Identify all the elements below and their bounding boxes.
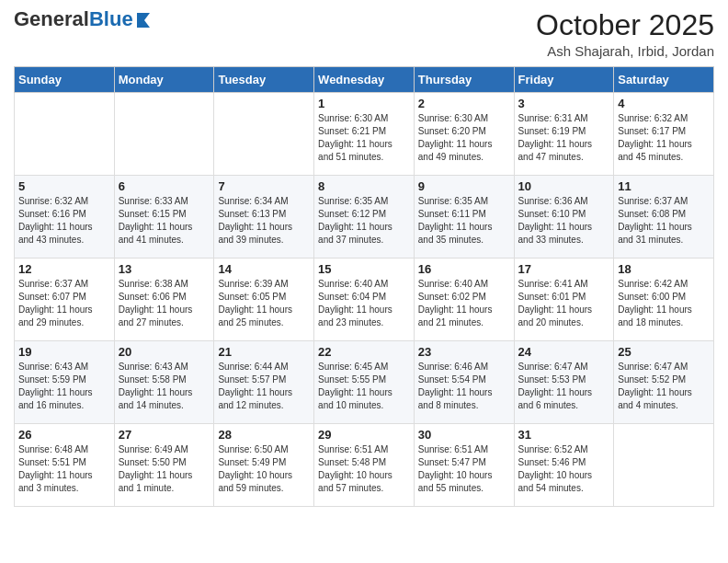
day-header-sunday: Sunday xyxy=(15,67,115,93)
day-number: 2 xyxy=(418,97,510,110)
day-info: Sunrise: 6:32 AM Sunset: 6:16 PM Dayligh… xyxy=(18,195,110,247)
day-number: 20 xyxy=(119,345,210,359)
day-info: Sunrise: 6:37 AM Sunset: 6:07 PM Dayligh… xyxy=(18,278,110,329)
day-info: Sunrise: 6:32 AM Sunset: 6:17 PM Dayligh… xyxy=(618,112,710,164)
day-number: 14 xyxy=(218,262,310,276)
day-number: 16 xyxy=(418,262,510,276)
month-title: October 2025 xyxy=(536,9,714,41)
day-number: 11 xyxy=(618,179,710,193)
day-info: Sunrise: 6:48 AM Sunset: 5:51 PM Dayligh… xyxy=(18,443,110,495)
day-info: Sunrise: 6:38 AM Sunset: 6:06 PM Dayligh… xyxy=(119,278,210,329)
calendar-day-cell: 21Sunrise: 6:44 AM Sunset: 5:57 PM Dayli… xyxy=(214,341,314,424)
day-header-thursday: Thursday xyxy=(414,67,514,93)
day-info: Sunrise: 6:43 AM Sunset: 5:58 PM Dayligh… xyxy=(119,361,210,412)
day-number: 26 xyxy=(18,428,110,442)
day-info: Sunrise: 6:52 AM Sunset: 5:46 PM Dayligh… xyxy=(518,443,610,495)
day-number: 15 xyxy=(318,262,410,276)
calendar-day-cell: 2Sunrise: 6:30 AM Sunset: 6:20 PM Daylig… xyxy=(414,93,514,176)
day-info: Sunrise: 6:40 AM Sunset: 6:02 PM Dayligh… xyxy=(418,278,510,329)
calendar-day-cell: 24Sunrise: 6:47 AM Sunset: 5:53 PM Dayli… xyxy=(514,341,614,424)
day-info: Sunrise: 6:42 AM Sunset: 6:00 PM Dayligh… xyxy=(618,278,710,329)
logo-flag-icon xyxy=(135,11,152,28)
day-info: Sunrise: 6:35 AM Sunset: 6:12 PM Dayligh… xyxy=(318,195,410,247)
calendar-table: SundayMondayTuesdayWednesdayThursdayFrid… xyxy=(14,66,714,507)
day-number: 1 xyxy=(318,97,410,110)
day-number: 7 xyxy=(218,179,310,193)
day-info: Sunrise: 6:37 AM Sunset: 6:08 PM Dayligh… xyxy=(618,195,710,247)
calendar-week-row: 5Sunrise: 6:32 AM Sunset: 6:16 PM Daylig… xyxy=(15,176,714,259)
calendar-day-cell: 22Sunrise: 6:45 AM Sunset: 5:55 PM Dayli… xyxy=(314,341,415,424)
day-info: Sunrise: 6:47 AM Sunset: 5:53 PM Dayligh… xyxy=(518,361,610,412)
calendar-day-cell: 5Sunrise: 6:32 AM Sunset: 6:16 PM Daylig… xyxy=(15,176,115,259)
calendar-day-cell: 27Sunrise: 6:49 AM Sunset: 5:50 PM Dayli… xyxy=(114,424,214,507)
day-info: Sunrise: 6:46 AM Sunset: 5:54 PM Dayligh… xyxy=(418,361,510,412)
day-info: Sunrise: 6:30 AM Sunset: 6:21 PM Dayligh… xyxy=(318,112,410,164)
day-info: Sunrise: 6:43 AM Sunset: 5:59 PM Dayligh… xyxy=(18,361,110,412)
calendar-day-cell: 20Sunrise: 6:43 AM Sunset: 5:58 PM Dayli… xyxy=(114,341,214,424)
day-header-saturday: Saturday xyxy=(614,67,714,93)
day-number: 10 xyxy=(518,179,610,193)
day-info: Sunrise: 6:40 AM Sunset: 6:04 PM Dayligh… xyxy=(318,278,410,329)
day-number: 23 xyxy=(418,345,510,359)
calendar-week-row: 1Sunrise: 6:30 AM Sunset: 6:21 PM Daylig… xyxy=(15,93,714,176)
day-number: 18 xyxy=(618,262,710,276)
day-info: Sunrise: 6:45 AM Sunset: 5:55 PM Dayligh… xyxy=(318,361,410,412)
header: GeneralBlue October 2025 Ash Shajarah, I… xyxy=(14,9,714,59)
day-info: Sunrise: 6:41 AM Sunset: 6:01 PM Dayligh… xyxy=(518,278,610,329)
calendar-day-cell: 14Sunrise: 6:39 AM Sunset: 6:05 PM Dayli… xyxy=(214,259,314,341)
calendar-day-cell: 28Sunrise: 6:50 AM Sunset: 5:49 PM Dayli… xyxy=(214,424,314,507)
calendar-day-cell: 18Sunrise: 6:42 AM Sunset: 6:00 PM Dayli… xyxy=(614,259,714,341)
calendar-day-cell: 31Sunrise: 6:52 AM Sunset: 5:46 PM Dayli… xyxy=(514,424,614,507)
day-info: Sunrise: 6:34 AM Sunset: 6:13 PM Dayligh… xyxy=(218,195,310,247)
day-number: 8 xyxy=(318,179,410,193)
day-info: Sunrise: 6:47 AM Sunset: 5:52 PM Dayligh… xyxy=(618,361,710,412)
calendar-day-cell: 17Sunrise: 6:41 AM Sunset: 6:01 PM Dayli… xyxy=(514,259,614,341)
empty-cell xyxy=(114,93,214,176)
day-header-wednesday: Wednesday xyxy=(314,67,415,93)
calendar-day-cell: 25Sunrise: 6:47 AM Sunset: 5:52 PM Dayli… xyxy=(614,341,714,424)
day-number: 29 xyxy=(318,428,410,442)
calendar-day-cell: 4Sunrise: 6:32 AM Sunset: 6:17 PM Daylig… xyxy=(614,93,714,176)
calendar-day-cell: 30Sunrise: 6:51 AM Sunset: 5:47 PM Dayli… xyxy=(414,424,514,507)
logo: GeneralBlue xyxy=(14,9,152,29)
empty-cell xyxy=(614,424,714,507)
logo-general: General xyxy=(14,9,89,29)
calendar-day-cell: 15Sunrise: 6:40 AM Sunset: 6:04 PM Dayli… xyxy=(314,259,415,341)
page: GeneralBlue October 2025 Ash Shajarah, I… xyxy=(0,0,728,563)
day-number: 19 xyxy=(18,345,110,359)
day-number: 3 xyxy=(518,97,610,110)
logo-text: GeneralBlue xyxy=(14,9,152,29)
day-number: 17 xyxy=(518,262,610,276)
day-number: 6 xyxy=(119,179,210,193)
day-number: 24 xyxy=(518,345,610,359)
calendar-day-cell: 12Sunrise: 6:37 AM Sunset: 6:07 PM Dayli… xyxy=(15,259,115,341)
calendar-day-cell: 26Sunrise: 6:48 AM Sunset: 5:51 PM Dayli… xyxy=(15,424,115,507)
day-info: Sunrise: 6:51 AM Sunset: 5:47 PM Dayligh… xyxy=(418,443,510,495)
day-number: 22 xyxy=(318,345,410,359)
svg-marker-0 xyxy=(137,13,150,28)
calendar-day-cell: 6Sunrise: 6:33 AM Sunset: 6:15 PM Daylig… xyxy=(114,176,214,259)
location-title: Ash Shajarah, Irbid, Jordan xyxy=(536,43,714,59)
day-number: 27 xyxy=(119,428,210,442)
day-header-friday: Friday xyxy=(514,67,614,93)
day-number: 12 xyxy=(18,262,110,276)
calendar-day-cell: 29Sunrise: 6:51 AM Sunset: 5:48 PM Dayli… xyxy=(314,424,415,507)
calendar-week-row: 12Sunrise: 6:37 AM Sunset: 6:07 PM Dayli… xyxy=(15,259,714,341)
title-block: October 2025 Ash Shajarah, Irbid, Jordan xyxy=(536,9,714,59)
calendar-day-cell: 11Sunrise: 6:37 AM Sunset: 6:08 PM Dayli… xyxy=(614,176,714,259)
day-number: 30 xyxy=(418,428,510,442)
calendar-header-row: SundayMondayTuesdayWednesdayThursdayFrid… xyxy=(15,67,714,93)
calendar-day-cell: 19Sunrise: 6:43 AM Sunset: 5:59 PM Dayli… xyxy=(15,341,115,424)
day-number: 31 xyxy=(518,428,610,442)
calendar-day-cell: 8Sunrise: 6:35 AM Sunset: 6:12 PM Daylig… xyxy=(314,176,415,259)
empty-cell xyxy=(15,93,115,176)
day-info: Sunrise: 6:39 AM Sunset: 6:05 PM Dayligh… xyxy=(218,278,310,329)
logo-blue: Blue xyxy=(89,9,133,29)
empty-cell xyxy=(214,93,314,176)
day-info: Sunrise: 6:31 AM Sunset: 6:19 PM Dayligh… xyxy=(518,112,610,164)
calendar-day-cell: 7Sunrise: 6:34 AM Sunset: 6:13 PM Daylig… xyxy=(214,176,314,259)
day-info: Sunrise: 6:36 AM Sunset: 6:10 PM Dayligh… xyxy=(518,195,610,247)
day-number: 13 xyxy=(119,262,210,276)
day-info: Sunrise: 6:35 AM Sunset: 6:11 PM Dayligh… xyxy=(418,195,510,247)
day-info: Sunrise: 6:49 AM Sunset: 5:50 PM Dayligh… xyxy=(119,443,210,495)
